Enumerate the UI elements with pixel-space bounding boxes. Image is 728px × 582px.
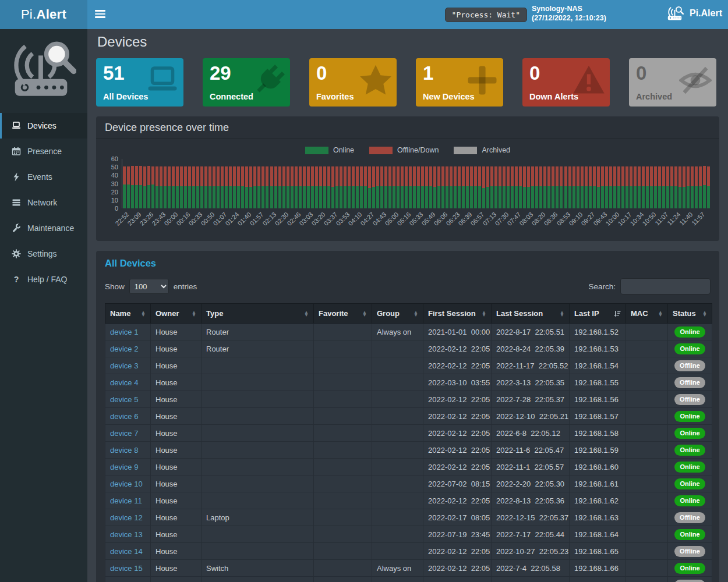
column-header-first-session[interactable]: First Session▲▼ <box>423 304 492 324</box>
chart-bar <box>523 166 526 208</box>
device-link[interactable]: device 6 <box>110 412 138 421</box>
table-row: device 8House2022-02-12 22:052022-11-6 2… <box>105 442 712 459</box>
legend-item-online[interactable]: Online <box>305 146 354 154</box>
cell-type: Router <box>202 324 314 340</box>
search-wrap: Search: <box>588 278 711 294</box>
cell-name: device 9 <box>105 459 151 475</box>
column-header-last-ip[interactable]: Last IP <box>570 304 626 324</box>
chart-bar <box>617 166 620 208</box>
status-badge: Online <box>674 563 705 574</box>
cell-mac <box>626 577 668 582</box>
chart-bar <box>376 166 379 208</box>
cell-type <box>202 459 314 475</box>
legend-item-archived[interactable]: Archived <box>454 146 510 154</box>
plug-icon <box>253 64 285 99</box>
cell-last-ip: 192.168.1.57 <box>570 408 626 425</box>
chart-bar <box>687 166 690 208</box>
cell-favorite <box>314 577 372 582</box>
device-link[interactable]: device 15 <box>110 564 143 573</box>
cell-type <box>202 408 314 425</box>
table-row: device 6House2022-02-12 22:052022-12-10 … <box>105 408 712 425</box>
chart-bar <box>233 166 236 208</box>
sidebar-item-help-faq[interactable]: ?Help / FAQ <box>0 267 87 292</box>
cell-first-session: 2022-07-02 08:15 <box>423 475 492 492</box>
sidebar-item-label: Devices <box>27 121 56 130</box>
chart-bar <box>589 166 592 208</box>
device-link[interactable]: device 3 <box>110 361 138 370</box>
chart-body: OnlineOffline/DownArchived 0102030405060… <box>96 139 719 241</box>
chart-bar <box>184 166 187 208</box>
sidebar-item-events[interactable]: Events <box>0 164 87 190</box>
device-link[interactable]: device 4 <box>110 378 138 387</box>
column-header-favorite[interactable]: Favorite▲▼ <box>314 304 372 324</box>
device-link[interactable]: device 11 <box>110 496 142 505</box>
sidebar-item-devices[interactable]: Devices <box>0 113 87 139</box>
column-label: Favorite <box>319 309 348 318</box>
device-link[interactable]: device 8 <box>110 446 138 455</box>
sidebar-toggle-icon[interactable] <box>95 10 105 19</box>
device-link[interactable]: device 10 <box>110 480 143 488</box>
column-header-mac[interactable]: MAC▲▼ <box>626 304 668 324</box>
cell-name: device 2 <box>105 340 151 357</box>
chart-bar <box>282 166 285 208</box>
sidebar-item-settings[interactable]: Settings <box>0 241 87 267</box>
sidebar-item-network[interactable]: Network <box>0 190 87 215</box>
device-link[interactable]: device 14 <box>110 547 143 556</box>
column-header-type[interactable]: Type▲▼ <box>202 304 314 324</box>
chart-bar <box>543 166 546 208</box>
cell-owner: House <box>151 374 202 391</box>
card-connected[interactable]: 29Connected <box>203 58 290 107</box>
cell-status: Offline <box>668 374 712 391</box>
cell-first-session: 2022-02-12 22:05 <box>423 391 492 408</box>
entries-select[interactable]: 100 <box>129 279 169 294</box>
device-link[interactable]: device 12 <box>110 513 143 522</box>
search-input[interactable] <box>620 278 711 294</box>
cell-first-session: 2022-02-12 22:05 <box>423 560 492 577</box>
card-down-alerts[interactable]: 0Down Alerts <box>522 58 610 107</box>
card-label: Down Alerts <box>529 92 578 101</box>
chart-bar <box>196 166 199 208</box>
show-label: Show <box>105 282 125 291</box>
cell-name: device 13 <box>105 526 151 543</box>
chart-bar <box>311 166 314 208</box>
chart-panel-title: Device presence over time <box>96 116 719 139</box>
chart-bar <box>433 166 436 208</box>
chart-bar <box>348 166 351 208</box>
chart-bar <box>327 166 330 208</box>
chart-bar <box>552 166 554 208</box>
card-new-devices[interactable]: 1New Devices <box>416 58 503 107</box>
device-link[interactable]: device 7 <box>110 429 138 438</box>
column-header-last-session[interactable]: Last Session▲▼ <box>492 304 570 324</box>
column-header-group[interactable]: Group▲▼ <box>372 304 423 324</box>
column-header-name[interactable]: Name▲▼ <box>105 304 151 324</box>
device-link[interactable]: device 2 <box>110 345 138 353</box>
cell-status: Online <box>668 408 712 425</box>
device-link[interactable]: device 5 <box>110 395 138 404</box>
y-tick-label: 60 <box>111 155 118 162</box>
chart-bar <box>303 166 306 208</box>
cell-type <box>202 475 314 492</box>
chart-bar <box>597 166 600 208</box>
device-link[interactable]: device 1 <box>110 328 138 336</box>
sidebar-item-presence[interactable]: Presence <box>0 139 87 164</box>
card-archived[interactable]: 0Archived <box>629 58 716 107</box>
cell-last-session: 2022-3-13 22:05.35 <box>492 374 570 391</box>
cell-last-session: 2022-10-27 22:05.23 <box>492 543 570 560</box>
chart-bar <box>437 166 440 208</box>
device-link[interactable]: device 9 <box>110 463 138 471</box>
legend-item-offline-down[interactable]: Offline/Down <box>369 146 439 154</box>
cell-group <box>372 577 423 582</box>
cell-last-session: 2022-11-17 22:05.52 <box>492 357 570 374</box>
cell-group <box>372 526 423 543</box>
sort-icon: ▲▼ <box>658 311 663 317</box>
brand-logo[interactable]: Pi.Alert <box>0 0 87 29</box>
column-header-status[interactable]: Status▲▼ <box>668 304 712 324</box>
sidebar-item-maintenance[interactable]: Maintenance <box>0 215 87 241</box>
search-label: Search: <box>588 282 616 291</box>
device-link[interactable]: device 13 <box>110 530 143 539</box>
column-header-owner[interactable]: Owner▲▼ <box>151 304 202 324</box>
cell-name: device 5 <box>105 391 151 408</box>
card-favorites[interactable]: 0Favorites <box>309 58 397 107</box>
card-all-devices[interactable]: 51All Devices <box>96 58 183 107</box>
cell-name: device 10 <box>105 475 151 492</box>
